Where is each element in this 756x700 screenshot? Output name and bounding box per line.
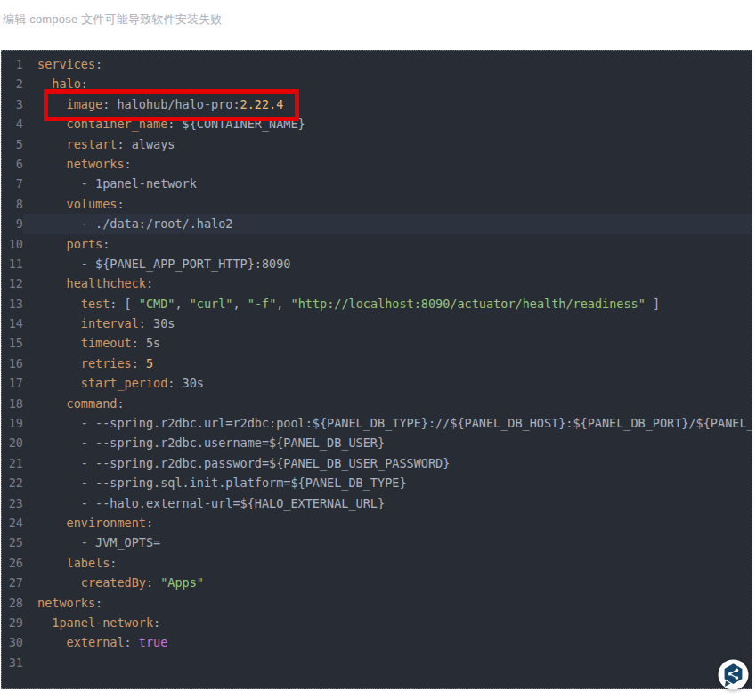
line-number: 13 xyxy=(2,294,23,313)
line-number: 5 xyxy=(2,134,23,154)
line-number: 6 xyxy=(2,154,23,174)
line-number: 24 xyxy=(2,513,23,533)
code-line-6[interactable]: 6 networks: xyxy=(2,154,752,174)
line-number: 3 xyxy=(2,94,23,114)
code-text: volumes: xyxy=(23,194,752,214)
code-line-10[interactable]: 10 ports: xyxy=(2,234,752,254)
line-number: 4 xyxy=(2,114,23,134)
code-text: - --spring.r2dbc.password=${PANEL_DB_USE… xyxy=(23,453,752,473)
code-text: services: xyxy=(23,54,752,74)
code-text: test: [ "CMD", "curl", "-f", "http://loc… xyxy=(23,294,752,313)
line-number: 22 xyxy=(2,473,23,492)
chat-widget-button[interactable] xyxy=(718,659,749,690)
code-line-25[interactable]: 25 - JVM_OPTS= xyxy=(2,533,752,552)
code-text: healthcheck: xyxy=(23,273,752,293)
compose-editor[interactable]: 1services:2 halo:3 image: halohub/halo-p… xyxy=(1,50,752,689)
line-number: 1 xyxy=(2,54,23,74)
line-number: 7 xyxy=(2,174,23,193)
line-number: 25 xyxy=(2,533,23,552)
code-line-14[interactable]: 14 interval: 30s xyxy=(2,313,752,333)
code-text xyxy=(23,653,752,672)
code-line-22[interactable]: 22 - --spring.sql.init.platform=${PANEL_… xyxy=(2,473,752,492)
code-line-15[interactable]: 15 timeout: 5s xyxy=(2,333,752,353)
code-line-28[interactable]: 28networks: xyxy=(2,593,752,613)
code-line-8[interactable]: 8 volumes: xyxy=(2,194,752,214)
code-line-9[interactable]: 9 - ./data:/root/.halo2 xyxy=(2,214,752,233)
line-number: 18 xyxy=(2,394,23,413)
code-text: - --spring.r2dbc.username=${PANEL_DB_USE… xyxy=(23,433,752,452)
code-line-4[interactable]: 4 container_name: ${CONTAINER_NAME} xyxy=(2,114,752,134)
line-number: 30 xyxy=(2,632,23,652)
code-text: labels: xyxy=(23,553,752,573)
line-number: 19 xyxy=(2,413,23,433)
line-number: 21 xyxy=(2,453,23,473)
code-line-5[interactable]: 5 restart: always xyxy=(2,134,752,154)
code-text: interval: 30s xyxy=(23,313,752,333)
code-text: ports: xyxy=(23,234,752,254)
code-text: - --spring.sql.init.platform=${PANEL_DB_… xyxy=(23,473,752,492)
line-number: 16 xyxy=(2,354,23,373)
code-line-27[interactable]: 27 createdBy: "Apps" xyxy=(2,573,752,592)
line-number: 29 xyxy=(2,613,23,632)
code-text: image: halohub/halo-pro:2.22.4 xyxy=(23,94,752,114)
code-line-29[interactable]: 29 1panel-network: xyxy=(2,613,752,632)
code-line-16[interactable]: 16 retries: 5 xyxy=(2,354,752,373)
code-line-1[interactable]: 1services: xyxy=(2,54,752,74)
line-number: 31 xyxy=(2,653,23,672)
code-line-30[interactable]: 30 external: true xyxy=(2,632,752,652)
code-line-7[interactable]: 7 - 1panel-network xyxy=(2,174,752,193)
code-text: createdBy: "Apps" xyxy=(23,573,752,592)
code-line-26[interactable]: 26 labels: xyxy=(2,553,752,573)
code-text: 1panel-network: xyxy=(23,613,752,632)
code-text: start_period: 30s xyxy=(23,373,752,393)
share-icon xyxy=(718,659,749,690)
code-line-21[interactable]: 21 - --spring.r2dbc.password=${PANEL_DB_… xyxy=(2,453,752,473)
code-line-20[interactable]: 20 - --spring.r2dbc.username=${PANEL_DB_… xyxy=(2,433,752,452)
line-number: 15 xyxy=(2,333,23,353)
code-text: - --spring.r2dbc.url=r2dbc:pool:${PANEL_… xyxy=(23,413,752,433)
code-text: halo: xyxy=(23,74,752,94)
code-text: networks: xyxy=(23,154,752,174)
code-line-13[interactable]: 13 test: [ "CMD", "curl", "-f", "http://… xyxy=(2,294,752,313)
code-line-2[interactable]: 2 halo: xyxy=(2,74,752,94)
code-line-3[interactable]: 3 image: halohub/halo-pro:2.22.4 xyxy=(2,94,752,114)
code-text: container_name: ${CONTAINER_NAME} xyxy=(23,114,752,134)
code-text: - 1panel-network xyxy=(23,174,752,193)
code-line-18[interactable]: 18 command: xyxy=(2,394,752,413)
line-number: 27 xyxy=(2,573,23,592)
line-number: 9 xyxy=(2,214,23,233)
code-line-24[interactable]: 24 environment: xyxy=(2,513,752,533)
line-number: 14 xyxy=(2,313,23,333)
code-text: - ${PANEL_APP_PORT_HTTP}:8090 xyxy=(23,254,752,273)
code-text: networks: xyxy=(23,593,752,613)
code-lines: 1services:2 halo:3 image: halohub/halo-p… xyxy=(2,54,752,672)
line-number: 26 xyxy=(2,553,23,573)
code-text: restart: always xyxy=(23,134,752,154)
line-number: 23 xyxy=(2,493,23,513)
code-line-17[interactable]: 17 start_period: 30s xyxy=(2,373,752,393)
code-line-11[interactable]: 11 - ${PANEL_APP_PORT_HTTP}:8090 xyxy=(2,254,752,273)
code-text: timeout: 5s xyxy=(23,333,752,353)
line-number: 28 xyxy=(2,593,23,613)
code-line-19[interactable]: 19 - --spring.r2dbc.url=r2dbc:pool:${PAN… xyxy=(2,413,752,433)
code-text: environment: xyxy=(23,513,752,533)
code-text: - --halo.external-url=${HALO_EXTERNAL_UR… xyxy=(23,493,752,513)
code-line-23[interactable]: 23 - --halo.external-url=${HALO_EXTERNAL… xyxy=(2,493,752,513)
line-number: 12 xyxy=(2,273,23,293)
line-number: 11 xyxy=(2,254,23,273)
line-number: 17 xyxy=(2,373,23,393)
code-text: - ./data:/root/.halo2 xyxy=(23,214,752,233)
line-number: 8 xyxy=(2,194,23,214)
code-text: command: xyxy=(23,394,752,413)
line-number: 10 xyxy=(2,234,23,254)
code-text: external: true xyxy=(23,632,752,652)
code-line-31[interactable]: 31 xyxy=(2,653,752,672)
code-text: - JVM_OPTS= xyxy=(23,533,752,552)
line-number: 20 xyxy=(2,433,23,452)
code-line-12[interactable]: 12 healthcheck: xyxy=(2,273,752,293)
compose-warning-text: 编辑 compose 文件可能导致软件安装失败 xyxy=(3,12,223,28)
line-number: 2 xyxy=(2,74,23,94)
code-text: retries: 5 xyxy=(23,354,752,373)
